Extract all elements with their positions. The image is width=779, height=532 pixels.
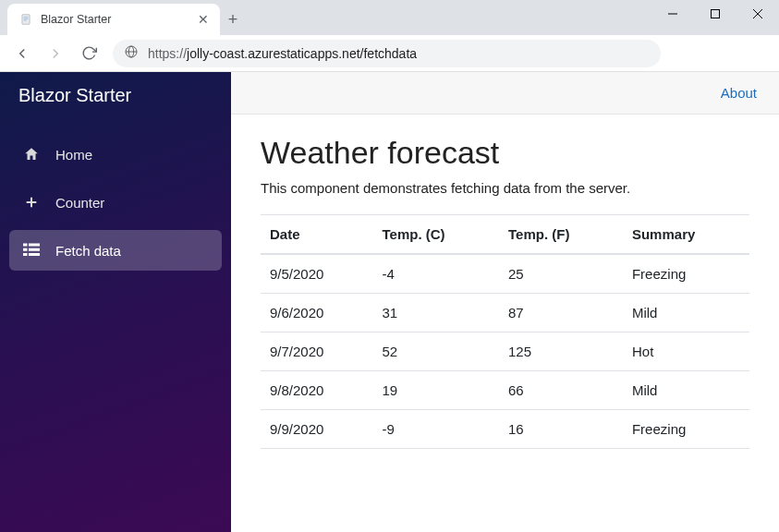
cell-tempc: -4 <box>373 254 500 294</box>
table-header-row: Date Temp. (C) Temp. (F) Summary <box>261 215 749 255</box>
sidebar-item-label: Fetch data <box>55 243 121 259</box>
cell-summary: Hot <box>623 332 749 371</box>
cell-tempf: 87 <box>499 294 623 332</box>
sidebar-item-label: Home <box>55 147 92 163</box>
svg-rect-13 <box>23 244 28 247</box>
cell-date: 9/6/2020 <box>261 294 373 332</box>
titlebar: Blazor Starter ✕ + <box>0 0 779 35</box>
col-tempf: Temp. (F) <box>499 215 623 255</box>
browser-tab[interactable]: Blazor Starter ✕ <box>7 4 220 35</box>
svg-rect-0 <box>22 15 30 25</box>
cell-summary: Mild <box>623 294 749 332</box>
sidebar-item-label: Counter <box>55 195 104 211</box>
col-tempc: Temp. (C) <box>373 215 500 255</box>
table-row: 9/6/20203187Mild <box>261 294 749 332</box>
cell-tempc: -9 <box>373 410 500 449</box>
cell-tempc: 52 <box>373 332 500 371</box>
content: About Weather forecast This component de… <box>231 72 779 532</box>
url-text: https://jolly-coast.azurestaticapps.net/… <box>148 46 417 61</box>
app: Blazor Starter Home Counter Fetch data <box>0 72 779 532</box>
svg-rect-16 <box>29 248 40 251</box>
nav-list: Home Counter Fetch data <box>0 127 231 278</box>
maximize-button[interactable] <box>694 0 736 28</box>
browser-chrome: Blazor Starter ✕ + https://jolly-coast.a… <box>0 0 779 72</box>
svg-rect-18 <box>29 253 40 256</box>
cell-tempf: 66 <box>499 371 623 410</box>
list-icon <box>22 241 41 260</box>
cell-tempc: 19 <box>373 371 500 410</box>
topbar: About <box>231 72 779 115</box>
table-row: 9/8/20201966Mild <box>261 371 749 410</box>
sidebar-item-home[interactable]: Home <box>9 134 222 175</box>
svg-rect-5 <box>712 10 720 18</box>
cell-tempf: 125 <box>499 332 623 371</box>
reload-button[interactable] <box>74 39 103 68</box>
new-tab-button[interactable]: + <box>220 6 246 32</box>
plus-icon <box>22 193 41 212</box>
table-row: 9/7/202052125Hot <box>261 332 749 371</box>
cell-summary: Freezing <box>623 254 749 294</box>
cell-summary: Freezing <box>623 410 749 449</box>
table-row: 9/9/2020-916Freezing <box>261 410 749 449</box>
page-subtitle: This component demonstrates fetching dat… <box>261 180 749 196</box>
page-title: Weather forecast <box>261 135 749 171</box>
cell-tempf: 25 <box>499 254 623 294</box>
forward-button[interactable] <box>41 39 70 68</box>
back-button[interactable] <box>7 39 37 68</box>
cell-date: 9/9/2020 <box>261 410 373 449</box>
brand-title: Blazor Starter <box>0 72 231 127</box>
forecast-table: Date Temp. (C) Temp. (F) Summary 9/5/202… <box>261 214 749 449</box>
col-summary: Summary <box>623 215 749 255</box>
browser-toolbar: https://jolly-coast.azurestaticapps.net/… <box>0 35 779 72</box>
close-button[interactable] <box>736 0 779 28</box>
main: Weather forecast This component demonstr… <box>231 115 779 469</box>
col-date: Date <box>261 215 373 255</box>
cell-summary: Mild <box>623 371 749 410</box>
tab-title: Blazor Starter <box>41 13 190 26</box>
globe-icon <box>124 44 139 62</box>
sidebar: Blazor Starter Home Counter Fetch data <box>0 72 231 532</box>
svg-rect-15 <box>23 248 28 251</box>
cell-date: 9/7/2020 <box>261 332 373 371</box>
svg-rect-17 <box>23 253 28 256</box>
window-controls <box>651 0 779 28</box>
table-row: 9/5/2020-425Freezing <box>261 254 749 294</box>
sidebar-item-counter[interactable]: Counter <box>9 182 222 223</box>
cell-date: 9/5/2020 <box>261 254 373 294</box>
file-icon <box>18 12 33 27</box>
cell-tempf: 16 <box>499 410 623 449</box>
address-bar[interactable]: https://jolly-coast.azurestaticapps.net/… <box>113 40 661 67</box>
close-icon[interactable]: ✕ <box>198 12 209 27</box>
about-link[interactable]: About <box>721 85 757 101</box>
cell-date: 9/8/2020 <box>261 371 373 410</box>
home-icon <box>22 145 41 163</box>
minimize-button[interactable] <box>651 0 694 28</box>
cell-tempc: 31 <box>373 294 500 332</box>
sidebar-item-fetch-data[interactable]: Fetch data <box>9 230 222 271</box>
svg-rect-14 <box>29 244 40 247</box>
